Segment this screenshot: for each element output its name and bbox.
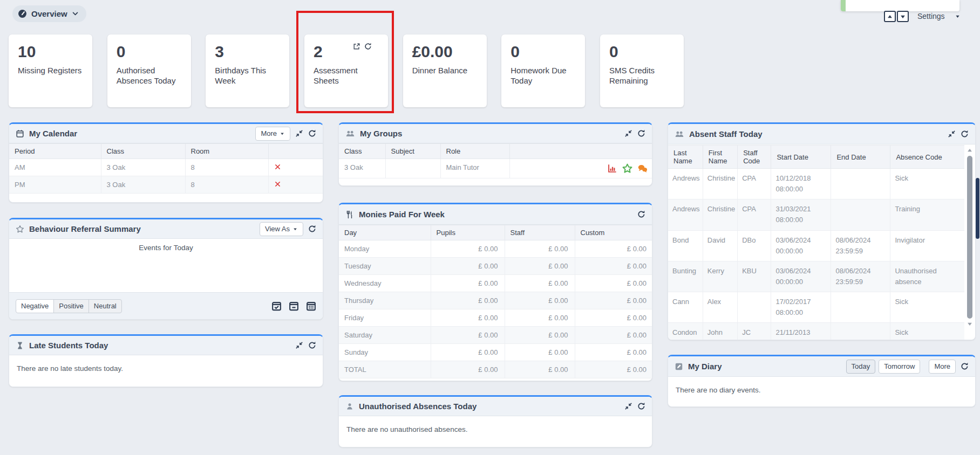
remove-icon[interactable] bbox=[274, 163, 281, 170]
collapse-icon[interactable] bbox=[295, 341, 303, 349]
column-header: Staff Code bbox=[738, 146, 771, 169]
stat-label: Birthdays This Week bbox=[215, 65, 280, 86]
stat-card-dinner-balance[interactable]: £0.00Dinner Balance bbox=[403, 35, 487, 107]
view-as-button[interactable]: View As bbox=[260, 222, 303, 236]
column-header: Period bbox=[9, 144, 101, 159]
absent-staff-cell: Unauthorised absence bbox=[890, 261, 964, 292]
filter-button-neutral[interactable]: Neutral bbox=[89, 299, 122, 313]
my-groups-panel: My Groups ClassSubjectRole 3 OakMain Tut… bbox=[338, 122, 652, 186]
calendar-minus-icon[interactable] bbox=[289, 301, 299, 311]
caret-down-icon bbox=[292, 226, 298, 232]
filter-button-negative[interactable]: Negative bbox=[16, 299, 54, 313]
class-cell: 3 Oak bbox=[101, 159, 185, 176]
absent-staff-cell bbox=[738, 292, 771, 323]
calendar-grid-icon[interactable] bbox=[306, 301, 316, 311]
pupils-cell: £ 0.00 bbox=[431, 309, 505, 327]
period-cell: PM bbox=[9, 176, 101, 194]
pupils-cell: £ 0.00 bbox=[431, 292, 505, 309]
stat-card-missing-registers[interactable]: 10Missing Registers bbox=[9, 35, 92, 107]
behaviour-filter-group: NegativePositiveNeutral bbox=[16, 299, 122, 313]
scroll-down-button[interactable] bbox=[897, 11, 909, 22]
refresh-icon[interactable] bbox=[637, 402, 645, 410]
refresh-icon[interactable] bbox=[961, 362, 969, 370]
calendar-check-icon[interactable] bbox=[271, 301, 282, 311]
column-header: Day bbox=[339, 225, 431, 240]
collapse-icon[interactable] bbox=[295, 129, 303, 137]
absent-staff-cell: Christine bbox=[703, 169, 737, 199]
refresh-icon[interactable] bbox=[308, 341, 316, 349]
stat-value: £0.00 bbox=[412, 43, 478, 61]
caret-down-icon bbox=[955, 13, 961, 19]
scrollbar-up-icon[interactable] bbox=[967, 147, 973, 154]
stat-card-birthdays-this-week[interactable]: 3Birthdays This Week bbox=[206, 35, 289, 107]
unauthorised-absences-panel: Unauthorised Absences Today There are no… bbox=[338, 395, 652, 447]
refresh-icon[interactable] bbox=[637, 129, 645, 137]
period-cell: AM bbox=[9, 159, 101, 176]
scrollbar-thumb[interactable] bbox=[967, 156, 972, 319]
absent-staff-cell: Sick bbox=[890, 292, 964, 323]
refresh-icon[interactable] bbox=[637, 210, 645, 218]
group-actions bbox=[509, 159, 652, 178]
star-icon[interactable] bbox=[622, 163, 632, 174]
column-header: Staff bbox=[505, 225, 575, 240]
page-scrollbar-thumb[interactable] bbox=[976, 178, 979, 239]
absent-staff-cell: DBo bbox=[738, 230, 771, 261]
stat-card-homework-due-today[interactable]: 0Homework Due Today bbox=[501, 35, 585, 107]
cutlery-icon bbox=[345, 210, 354, 219]
column-header: Last Name bbox=[668, 146, 703, 169]
panel-title: Unauthorised Absences Today bbox=[359, 402, 477, 411]
chat-icon[interactable] bbox=[637, 163, 648, 174]
monies-row: Thursday£ 0.00£ 0.00£ 0.00 bbox=[339, 292, 652, 309]
settings-menu[interactable]: Settings bbox=[917, 12, 961, 20]
more-button[interactable]: More bbox=[255, 127, 290, 141]
overview-button[interactable]: Overview bbox=[12, 5, 86, 22]
my-calendar-panel: My Calendar More PeriodClassRoom AM3 Oak… bbox=[9, 122, 323, 203]
absent-staff-cell: Invigilator bbox=[890, 230, 964, 261]
table-scrollbar[interactable] bbox=[965, 147, 974, 338]
stat-card-sms-credits-remaining[interactable]: 0SMS Credits Remaining bbox=[600, 35, 684, 107]
column-header: Start Date bbox=[771, 146, 831, 169]
stat-card-assessment-sheets[interactable]: 2Assessment Sheets bbox=[304, 35, 388, 107]
monies-row: Wednesday£ 0.00£ 0.00£ 0.00 bbox=[339, 275, 652, 292]
refresh-icon[interactable] bbox=[364, 43, 372, 50]
absent-staff-cell: 10/12/2018 08:00:00 bbox=[771, 169, 831, 199]
custom-cell: £ 0.00 bbox=[575, 327, 652, 344]
refresh-icon[interactable] bbox=[308, 225, 316, 233]
day-cell: Friday bbox=[339, 309, 431, 327]
pencil-square-icon bbox=[675, 362, 683, 371]
stat-value: 0 bbox=[511, 43, 576, 61]
staff-cell: £ 0.00 bbox=[505, 258, 575, 275]
bar-chart-icon[interactable] bbox=[607, 163, 617, 174]
collapse-icon[interactable] bbox=[624, 129, 632, 137]
absent-staff-cell bbox=[831, 323, 890, 340]
monies-row: TOTAL£ 0.00£ 0.00£ 0.00 bbox=[339, 361, 652, 378]
remove-icon[interactable] bbox=[274, 181, 281, 188]
collapse-icon[interactable] bbox=[948, 130, 956, 138]
absent-staff-cell: 17/02/2017 08:00:00 bbox=[771, 292, 831, 323]
groups-table: ClassSubjectRole 3 OakMain Tutor bbox=[339, 143, 652, 178]
overview-label: Overview bbox=[31, 9, 67, 18]
day-cell: Saturday bbox=[339, 327, 431, 344]
absent-staff-cell: 08/06/2024 23:59:59 bbox=[831, 230, 890, 261]
stat-card-authorised-absences-today[interactable]: 0Authorised Absences Today bbox=[107, 35, 191, 107]
staff-cell: £ 0.00 bbox=[505, 240, 575, 258]
diary-button-today[interactable]: Today bbox=[846, 360, 876, 374]
scroll-up-button[interactable] bbox=[884, 11, 896, 22]
scrollbar-down-icon[interactable] bbox=[967, 321, 973, 327]
absent-staff-row: BuntingKerryKBU03/06/2024 00:00:0008/06/… bbox=[668, 261, 964, 292]
refresh-icon[interactable] bbox=[961, 130, 969, 138]
filter-button-positive[interactable]: Positive bbox=[53, 299, 89, 313]
external-link-icon[interactable] bbox=[353, 43, 360, 50]
column-header: Subject bbox=[385, 144, 440, 159]
diary-button-more[interactable]: More bbox=[929, 360, 956, 374]
refresh-icon[interactable] bbox=[308, 129, 316, 137]
diary-button-tomorrow[interactable]: Tomorrow bbox=[879, 360, 920, 374]
panel-title: Absent Staff Today bbox=[689, 129, 763, 139]
collapse-icon[interactable] bbox=[624, 402, 632, 410]
column-header: Class bbox=[339, 144, 385, 159]
calendar-icon bbox=[16, 129, 24, 138]
toast-status-stripe bbox=[841, 0, 846, 11]
day-cell: Sunday bbox=[339, 344, 431, 361]
absent-staff-cell: Christine bbox=[703, 199, 737, 230]
staff-cell: £ 0.00 bbox=[505, 292, 575, 309]
